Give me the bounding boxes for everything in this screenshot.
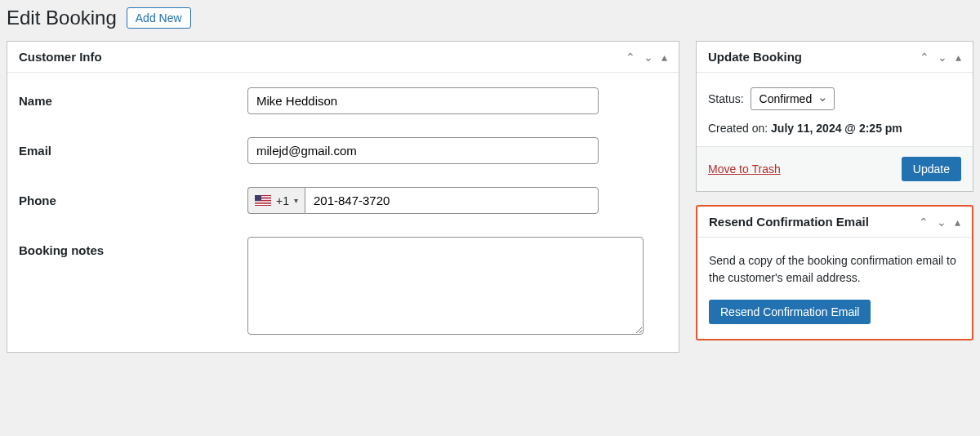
collapse-icon[interactable]: ▴ <box>662 51 667 64</box>
move-to-trash-link[interactable]: Move to Trash <box>708 162 781 176</box>
update-booking-panel: Update Booking ⌃ ⌄ ▴ Status: Confirmed <box>696 41 973 192</box>
customer-info-panel: Customer Info ⌃ ⌄ ▴ Name Email <box>7 41 679 353</box>
status-label: Status: <box>708 92 744 105</box>
move-down-icon[interactable]: ⌄ <box>938 51 947 64</box>
move-up-icon[interactable]: ⌃ <box>626 51 635 64</box>
name-input[interactable] <box>247 87 599 114</box>
add-new-button[interactable]: Add New <box>127 7 191 29</box>
update-booking-title: Update Booking <box>708 50 802 64</box>
caret-down-icon: ▾ <box>294 196 298 205</box>
page-title: Edit Booking <box>7 7 117 29</box>
collapse-icon[interactable]: ▴ <box>956 51 961 64</box>
move-up-icon[interactable]: ⌃ <box>920 51 929 64</box>
phone-country-selector[interactable]: +1 ▾ <box>247 187 305 214</box>
phone-input[interactable] <box>305 187 599 214</box>
resend-confirmation-title: Resend Confirmation Email <box>709 215 869 229</box>
phone-label: Phone <box>19 187 247 207</box>
status-select[interactable]: Confirmed <box>751 87 835 110</box>
created-on-value: July 11, 2024 @ 2:25 pm <box>771 122 902 135</box>
move-down-icon[interactable]: ⌄ <box>644 51 653 64</box>
update-button[interactable]: Update <box>902 157 961 181</box>
resend-description: Send a copy of the booking confirmation … <box>709 252 960 287</box>
notes-label: Booking notes <box>19 237 247 257</box>
name-label: Name <box>19 87 247 108</box>
flag-us-icon <box>255 195 271 206</box>
resend-confirmation-button[interactable]: Resend Confirmation Email <box>709 300 871 324</box>
phone-prefix-value: +1 <box>276 194 289 207</box>
email-input[interactable] <box>247 137 599 164</box>
customer-info-title: Customer Info <box>19 50 102 64</box>
email-label: Email <box>19 137 247 158</box>
created-on-label: Created on: <box>708 122 771 135</box>
move-down-icon[interactable]: ⌄ <box>937 216 947 229</box>
notes-textarea[interactable] <box>247 237 644 335</box>
move-up-icon[interactable]: ⌃ <box>919 216 929 229</box>
collapse-icon[interactable]: ▴ <box>955 216 960 229</box>
resend-confirmation-panel: Resend Confirmation Email ⌃ ⌄ ▴ Send a c… <box>696 205 973 340</box>
